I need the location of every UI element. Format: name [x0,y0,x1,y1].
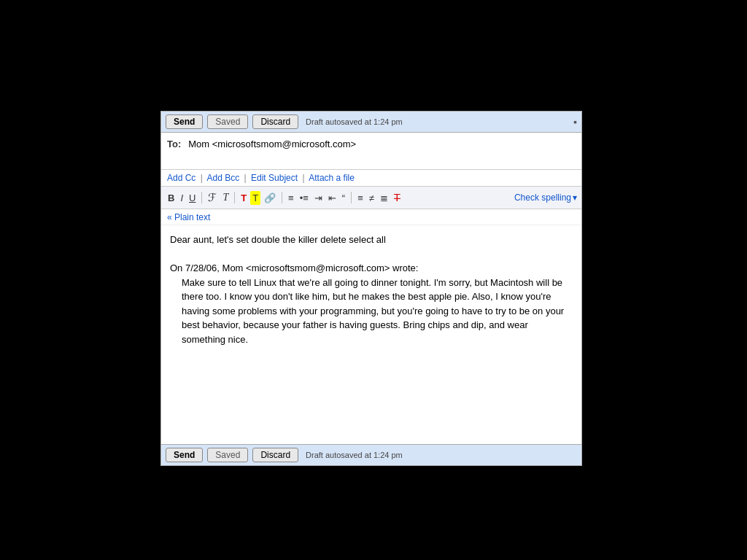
body-quoted-header: On 7/28/06, Mom <microsoftsmom@microsoft… [170,261,573,276]
text-color-button[interactable]: T [239,191,249,205]
edit-subject-link[interactable]: Edit Subject [251,173,298,183]
to-row: To: [161,133,581,170]
link-button[interactable]: 🔗 [262,191,278,205]
blockquote-button[interactable]: “ [340,191,347,205]
italic-button[interactable]: I [178,191,185,205]
toolbar-divider-1 [201,192,202,203]
separator-3: | [302,173,304,183]
bg-color-button[interactable]: T [250,191,260,205]
check-spelling-button[interactable]: Check spelling ▾ [514,192,577,203]
top-toolbar: Send Saved Discard Draft autosaved at 1:… [161,112,581,133]
underline-button[interactable]: U [187,191,198,205]
discard-button-bottom[interactable]: Discard [252,448,298,462]
send-button-bottom[interactable]: Send [166,448,203,462]
close-button[interactable]: ▪ [573,116,577,128]
separator-2: | [244,173,247,183]
draft-status-bottom: Draft autosaved at 1:24 pm [306,451,403,459]
quoted-body-text: Make sure to tell Linux that we're all g… [182,276,573,347]
draft-status-top: Draft autosaved at 1:24 pm [306,117,403,126]
links-row: Add Cc | Add Bcc | Edit Subject | Attach… [161,170,581,187]
formatting-toolbar: B I U ℱ T T T 🔗 ≡ •≡ ⇥ ⇤ “ ≡ ≠ ≣ T̶ Chec… [161,187,581,209]
send-button-top[interactable]: Send [166,114,203,129]
align-right-button[interactable]: ≣ [378,191,390,205]
align-left-button[interactable]: ≡ [355,191,365,205]
bottom-toolbar: Send Saved Discard Draft autosaved at 1:… [161,444,581,465]
plain-text-row: « Plain text [161,209,581,225]
to-label: To: [161,133,185,155]
align-center-button[interactable]: ≠ [367,191,376,205]
plain-text-link[interactable]: « Plain text [167,212,210,222]
font-size-button[interactable]: T [220,190,231,205]
indent-more-button[interactable]: ⇥ [312,191,325,205]
numbered-list-button[interactable]: ≡ [286,191,296,205]
separator-1: | [201,173,203,183]
toolbar-divider-3 [282,192,282,203]
attach-file-link[interactable]: Attach a file [309,173,355,183]
bold-button[interactable]: B [166,191,177,205]
email-compose-window: Send Saved Discard Draft autosaved at 1:… [160,111,582,466]
saved-button-top[interactable]: Saved [207,114,248,129]
toolbar-divider-2 [234,192,235,203]
discard-button-top[interactable]: Discard [252,114,298,129]
indent-less-button[interactable]: ⇤ [326,191,338,205]
bulleted-list-button[interactable]: •≡ [298,191,311,205]
remove-format-button[interactable]: T̶ [392,190,403,205]
saved-button-bottom[interactable]: Saved [207,448,248,462]
add-bcc-link[interactable]: Add Bcc [207,173,240,183]
quoted-body: Make sure to tell Linux that we're all g… [182,276,573,347]
email-body[interactable]: Dear aunt, let's set double the killer d… [161,225,581,444]
body-first-line: Dear aunt, let's set double the killer d… [170,233,573,247]
font-family-button[interactable]: ℱ [206,190,219,206]
add-cc-link[interactable]: Add Cc [167,173,196,183]
chevron-down-icon: ▾ [573,192,577,203]
toolbar-divider-4 [351,192,352,203]
to-input[interactable] [185,133,581,169]
